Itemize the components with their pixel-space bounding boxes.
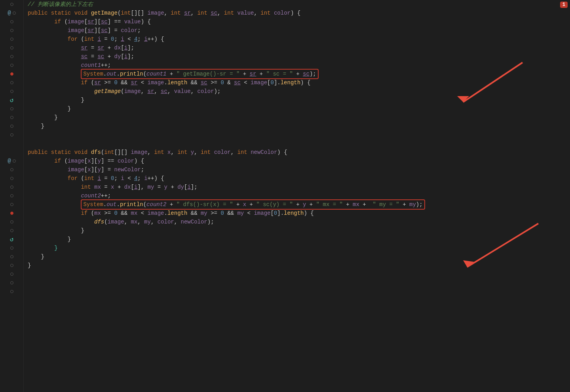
keyword-public: public bbox=[28, 9, 48, 17]
breakpoint-dot[interactable] bbox=[10, 281, 13, 284]
breakpoint-dot[interactable] bbox=[10, 290, 13, 293]
keyword-void: void bbox=[74, 9, 88, 17]
gutter-row bbox=[0, 0, 23, 9]
breakpoint-dot[interactable] bbox=[10, 29, 13, 32]
gutter-row bbox=[0, 226, 23, 235]
keyword-int-dfs5: int bbox=[238, 148, 247, 157]
breakpoint-dot[interactable] bbox=[10, 81, 13, 84]
code-line-for1: for (int i = 0; i < 4; i++) { bbox=[24, 35, 570, 44]
gutter-row bbox=[0, 139, 23, 148]
breakpoint-dot[interactable] bbox=[10, 168, 13, 171]
breakpoint-dot[interactable] bbox=[10, 90, 13, 93]
var-sc3: sc bbox=[81, 52, 87, 61]
code-line-for2: for (int i = 0; i < 4; i++) { bbox=[24, 174, 570, 183]
gutter-row bbox=[0, 270, 23, 278]
var-i4: i bbox=[124, 44, 127, 52]
gutter: @ ↺ @ bbox=[0, 0, 24, 392]
var-dx1: dx bbox=[114, 44, 121, 52]
param-value: value bbox=[237, 9, 254, 17]
param-x: x bbox=[167, 148, 171, 157]
code-line-method1-sig: public static void getImage(int[][] imag… bbox=[24, 9, 570, 17]
breakpoint-dot[interactable] bbox=[10, 55, 13, 58]
breakpoint-dot[interactable] bbox=[10, 203, 13, 206]
breakpoint-dot[interactable] bbox=[10, 264, 13, 267]
keyword-int2: int bbox=[171, 9, 180, 17]
breakpoint-dot[interactable] bbox=[10, 20, 13, 23]
breakpoint-dot-active[interactable] bbox=[10, 72, 13, 76]
gutter-row bbox=[0, 252, 23, 261]
var-i2: i bbox=[121, 35, 124, 44]
keyword-int-for1: int bbox=[84, 35, 94, 44]
var-sc1: sc bbox=[101, 17, 108, 26]
keyword-static2: static bbox=[51, 148, 71, 157]
breakpoint-dot[interactable] bbox=[10, 255, 13, 258]
gutter-row bbox=[0, 287, 23, 296]
keyword-if3: if bbox=[54, 157, 61, 165]
code-line-if1: if (image[sr][sc] == value) { bbox=[24, 17, 570, 26]
breakpoint-dot[interactable] bbox=[10, 177, 13, 180]
code-line-count2: count2++; bbox=[24, 191, 570, 200]
breakpoint-dot[interactable] bbox=[13, 11, 16, 15]
breakpoint-dot[interactable] bbox=[10, 194, 13, 197]
keyword-if2: if bbox=[81, 78, 87, 87]
breakpoint-dot[interactable] bbox=[10, 273, 13, 276]
breakpoint-dot[interactable] bbox=[10, 116, 13, 119]
code-line-count1: count1++; bbox=[24, 61, 570, 70]
code-line-comment: // 判断该像素的上下左右 bbox=[24, 0, 570, 9]
code-line-close1: } bbox=[24, 96, 570, 104]
breakpoint-dot[interactable] bbox=[10, 246, 13, 250]
breakpoint-dot[interactable] bbox=[10, 133, 13, 136]
param-sc: sc bbox=[211, 9, 217, 17]
breakpoint-dot[interactable] bbox=[10, 125, 13, 128]
refresh-icon-2[interactable]: ↺ bbox=[10, 235, 14, 243]
code-line-assign2: image[x][y] = newColor; bbox=[24, 165, 570, 174]
keyword-int-dfs3: int bbox=[177, 148, 187, 157]
code-line-recursive1: getImage(image, sr, sc, value, color); bbox=[24, 87, 570, 96]
var-i3: i bbox=[144, 35, 147, 44]
code-line-sc-assign: sc = sc + dy[i]; bbox=[24, 52, 570, 61]
code-line-close3: } bbox=[24, 113, 570, 122]
gutter-row bbox=[0, 44, 23, 52]
keyword-if1: if bbox=[54, 17, 61, 26]
gutter-row-refresh2: ↺ bbox=[0, 235, 23, 244]
breakpoint-dot[interactable] bbox=[10, 3, 13, 6]
breakpoint-dot[interactable] bbox=[10, 107, 13, 110]
var-count1: count1 bbox=[81, 61, 101, 70]
println-highlight-2: System.out.println(count2 + " dfs()-sr(x… bbox=[81, 199, 425, 210]
param-color2: color bbox=[214, 148, 231, 157]
code-line-close5: } bbox=[24, 226, 570, 235]
code-line-int-mx: int mx = x + dx[i], my = y + dy[i]; bbox=[24, 183, 570, 191]
at-symbol-2: @ bbox=[8, 158, 11, 164]
gutter-row bbox=[0, 183, 23, 191]
code-line-if4: if (mx >= 0 && mx < image.length && my >… bbox=[24, 209, 570, 218]
breakpoint-dot[interactable] bbox=[10, 186, 13, 189]
breakpoint-dot[interactable] bbox=[13, 159, 16, 163]
gutter-row bbox=[0, 87, 23, 96]
gutter-row bbox=[0, 165, 23, 174]
gutter-row bbox=[0, 113, 23, 122]
gutter-row bbox=[0, 122, 23, 131]
code-line-blank2 bbox=[24, 139, 570, 148]
keyword-int3: int bbox=[198, 9, 207, 17]
param-y: y bbox=[191, 148, 194, 157]
breakpoint-dot[interactable] bbox=[10, 46, 13, 49]
param-sr: sr bbox=[184, 9, 191, 17]
code-line-println1: System.out.println(count1 + " getImage()… bbox=[24, 70, 570, 78]
gutter-row bbox=[0, 244, 23, 252]
keyword-int1: int bbox=[121, 9, 131, 17]
breakpoint-dot[interactable] bbox=[10, 229, 13, 232]
breakpoint-dot[interactable] bbox=[10, 64, 13, 67]
breakpoint-dot-active2[interactable] bbox=[10, 212, 13, 215]
var-image2: image bbox=[68, 26, 84, 35]
code-line-method2-sig: public static void dfs(int[][] image, in… bbox=[24, 148, 570, 157]
gutter-row bbox=[0, 261, 23, 270]
gutter-row bbox=[0, 52, 23, 61]
param-color: color bbox=[274, 9, 291, 17]
gutter-row bbox=[0, 35, 23, 44]
gutter-row bbox=[0, 17, 23, 26]
breakpoint-dot[interactable] bbox=[10, 220, 13, 223]
keyword-int-dfs4: int bbox=[201, 148, 211, 157]
breakpoint-dot[interactable] bbox=[10, 38, 13, 41]
code-line-assign1: image[sr][sc] = color; bbox=[24, 26, 570, 35]
refresh-icon-1[interactable]: ↺ bbox=[10, 96, 14, 104]
